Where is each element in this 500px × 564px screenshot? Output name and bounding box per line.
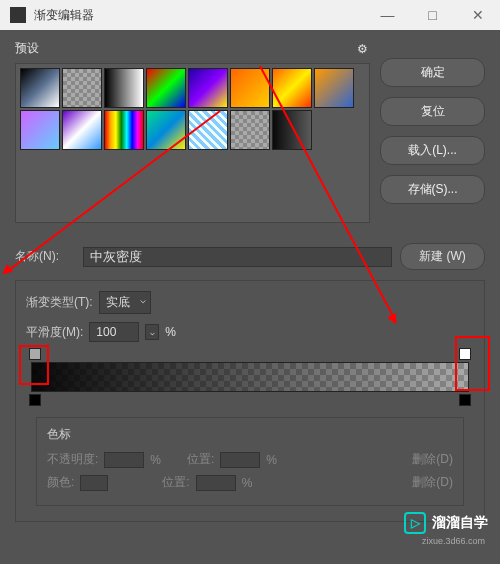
smoothness-label: 平滑度(M): bbox=[26, 324, 83, 341]
preset-swatch[interactable] bbox=[104, 110, 144, 150]
delete-color-stop: 删除(D) bbox=[412, 474, 453, 491]
app-icon bbox=[10, 7, 26, 23]
preset-swatch[interactable] bbox=[146, 68, 186, 108]
preset-swatch[interactable] bbox=[272, 110, 312, 150]
window-title: 渐变编辑器 bbox=[34, 7, 365, 24]
position-label-1: 位置: bbox=[187, 451, 214, 468]
save-button[interactable]: 存储(S)... bbox=[380, 175, 485, 204]
load-button[interactable]: 载入(L)... bbox=[380, 136, 485, 165]
minimize-button[interactable]: — bbox=[365, 0, 410, 30]
color-swatch bbox=[80, 475, 108, 491]
stops-title: 色标 bbox=[47, 426, 453, 443]
color-stop-left[interactable] bbox=[29, 394, 41, 406]
preset-swatch[interactable] bbox=[62, 68, 102, 108]
presets-label: 预设 bbox=[15, 40, 354, 57]
color-stop-right[interactable] bbox=[459, 394, 471, 406]
reset-button[interactable]: 复位 bbox=[380, 97, 485, 126]
titlebar: 渐变编辑器 — □ ✕ bbox=[0, 0, 500, 30]
smoothness-input[interactable]: 100 bbox=[89, 322, 139, 342]
name-input[interactable] bbox=[83, 247, 392, 267]
watermark-url: zixue.3d66.com bbox=[422, 536, 485, 546]
preset-swatch[interactable] bbox=[230, 110, 270, 150]
preset-swatch[interactable] bbox=[62, 110, 102, 150]
opacity-label: 不透明度: bbox=[47, 451, 98, 468]
gradient-bar[interactable] bbox=[31, 362, 469, 392]
gradient-bar-wrap bbox=[31, 362, 469, 392]
color-position-input bbox=[196, 475, 236, 491]
preset-swatch[interactable] bbox=[314, 68, 354, 108]
preset-swatch[interactable] bbox=[230, 68, 270, 108]
name-label: 名称(N): bbox=[15, 248, 75, 265]
preset-swatch[interactable] bbox=[188, 110, 228, 150]
preset-swatch[interactable] bbox=[20, 68, 60, 108]
new-button[interactable]: 新建 (W) bbox=[400, 243, 485, 270]
preset-swatch[interactable] bbox=[146, 110, 186, 150]
color-label: 颜色: bbox=[47, 474, 74, 491]
gradient-type-label: 渐变类型(T): bbox=[26, 294, 93, 311]
gradient-type-select[interactable]: 实底 bbox=[99, 291, 151, 314]
preset-swatch[interactable] bbox=[20, 110, 60, 150]
opacity-input bbox=[104, 452, 144, 468]
presets-area bbox=[15, 63, 370, 223]
preset-swatch[interactable] bbox=[104, 68, 144, 108]
close-button[interactable]: ✕ bbox=[455, 0, 500, 30]
preset-swatch[interactable] bbox=[188, 68, 228, 108]
gear-icon[interactable]: ⚙ bbox=[354, 41, 370, 57]
opacity-position-input bbox=[220, 452, 260, 468]
position-label-2: 位置: bbox=[162, 474, 189, 491]
smoothness-dropdown[interactable]: ⌵ bbox=[145, 324, 159, 340]
opacity-stop-left[interactable] bbox=[29, 348, 41, 360]
preset-swatch[interactable] bbox=[272, 68, 312, 108]
opacity-stop-right[interactable] bbox=[459, 348, 471, 360]
smoothness-unit: % bbox=[165, 325, 176, 339]
maximize-button[interactable]: □ bbox=[410, 0, 455, 30]
delete-opacity-stop: 删除(D) bbox=[412, 451, 453, 468]
ok-button[interactable]: 确定 bbox=[380, 58, 485, 87]
